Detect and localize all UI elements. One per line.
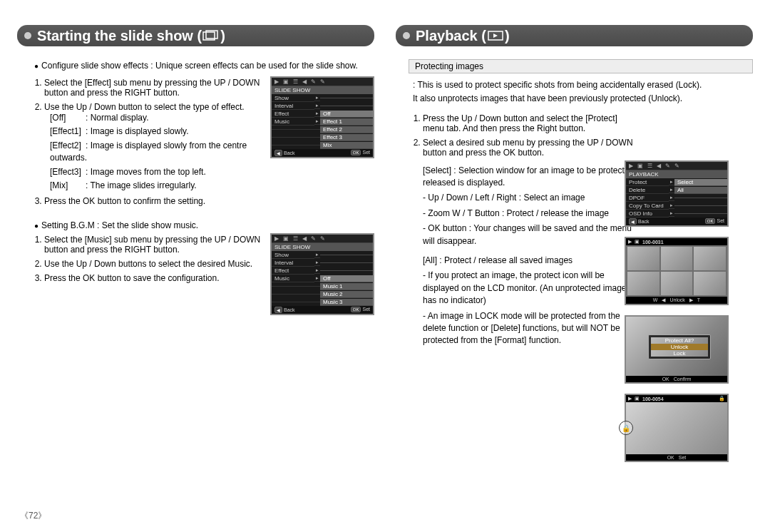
bgm-step-1: Select the [Music] sub menu by pressing …: [44, 235, 263, 255]
heading-text-prefix: Starting the slide show (: [37, 28, 202, 44]
protect-step-2: Select a desired sub menu by pressing th…: [423, 138, 639, 158]
protect-desc-2: It also unprotects images that have been…: [413, 93, 753, 105]
left-column: Starting the slide show ( ) Configure sl…: [17, 25, 374, 532]
heading-playback: Playback ( ): [396, 25, 753, 46]
protect-step-1: Press the Up / Down button and select th…: [423, 113, 639, 133]
protect-desc-1: : This is used to protect specific shots…: [413, 79, 753, 91]
effect-intro: Configure slide show effects : Unique sc…: [34, 61, 374, 71]
banner-dot-icon: [24, 32, 31, 39]
lcd-title: SLIDE SHOW: [272, 86, 373, 94]
right-lcd-column: ▶▣☰◀✎✎ PLAYBACK Protect▸Select Delete▸Al…: [625, 160, 732, 472]
effect-step-1: Select the [Effect] sub menu by pressing…: [44, 78, 263, 98]
bgm-step-3: Press the OK button to save the configur…: [44, 273, 263, 283]
select-block: [Select] : Selection window for an image…: [423, 165, 639, 247]
page-number: 《72》: [20, 510, 46, 522]
slideshow-icon: [202, 29, 220, 42]
all-block: [All] : Protect / release all saved imag…: [423, 255, 639, 347]
svg-marker-3: [493, 34, 498, 38]
protect-all-dialog: Protect All? Unlock Lock: [648, 334, 711, 359]
playback-icon: [486, 29, 505, 42]
effect-step-3: Press the OK button to confirm the setti…: [44, 196, 263, 206]
lock-icon: 🔒: [719, 396, 725, 401]
lcd-protect-all: Protect All? Unlock Lock OKConfirm: [625, 315, 729, 384]
bgm-step-2: Use the Up / Down buttons to select the …: [44, 259, 263, 269]
lcd-tabs-icon: ▶▣☰◀✎✎: [626, 162, 727, 170]
bgm-heading: Setting B.G.M : Set the slide show music…: [34, 220, 374, 230]
effect-steps: Select the [Effect] sub menu by pressing…: [33, 78, 263, 206]
lcd-select-image: ▶▣100-0031 W◀ Unlock ▶T: [625, 237, 729, 305]
heading-slide-show: Starting the slide show ( ): [17, 25, 374, 46]
lcd-effect-menu: ▶▣☰◀✎✎ SLIDE SHOW Show▸ Interval▸ Effect…: [270, 76, 374, 158]
heading-text-suffix: ): [505, 28, 510, 44]
lcd-playback-menu: ▶▣☰◀✎✎ PLAYBACK Protect▸Select Delete▸Al…: [625, 160, 729, 227]
lcd-title: SLIDE SHOW: [272, 243, 373, 251]
protect-steps: Press the Up / Down button and select th…: [411, 113, 639, 158]
manual-page: Starting the slide show ( ) Configure sl…: [0, 0, 770, 532]
lcd-locked-image: ▶▣100-0054🔒 OKSet 🔒: [625, 394, 729, 462]
lcd-tabs-icon: ▶▣☰◀✎✎: [272, 78, 373, 86]
lcd-music-menu: ▶▣☰◀✎✎ SLIDE SHOW Show▸ Interval▸ Effect…: [270, 233, 374, 315]
bgm-steps: Select the [Music] sub menu by pressing …: [33, 235, 263, 283]
effect-options: [Off]: Normal display. [Effect1]: Image …: [50, 112, 263, 192]
effect-step-2: Use the Up / Down button to select the t…: [44, 102, 263, 192]
all-title: [All] : Protect / release all saved imag…: [423, 255, 639, 267]
section-chip: Protecting images: [409, 59, 753, 73]
lock-indicator-icon: 🔒: [619, 421, 633, 435]
right-column: Playback ( ) Protecting images : This is…: [396, 25, 753, 532]
banner-dot-icon: [403, 32, 410, 39]
select-title: [Select] : Selection window for an image…: [423, 165, 639, 190]
lcd-tabs-icon: ▶▣☰◀✎✎: [272, 235, 373, 243]
heading-text-suffix: ): [220, 28, 225, 44]
heading-text-prefix: Playback (: [416, 28, 486, 44]
